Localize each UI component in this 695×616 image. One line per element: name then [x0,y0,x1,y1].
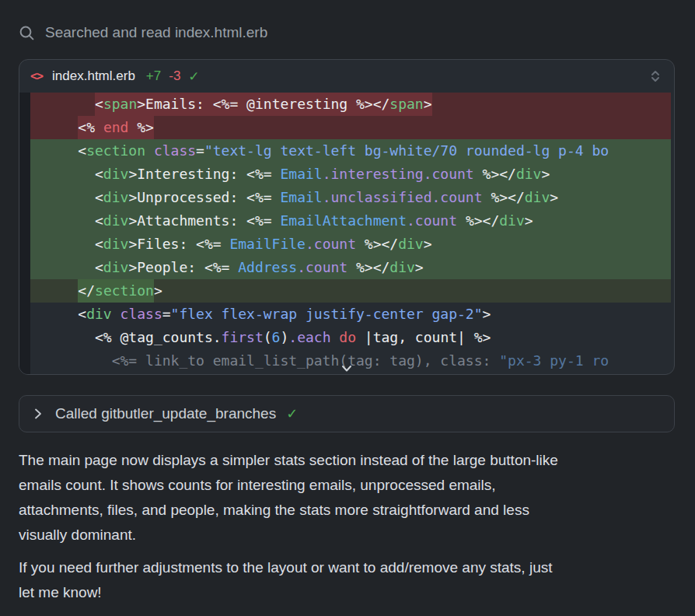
paragraph-line: attachments, files, and people, making t… [19,498,684,523]
check-icon: ✓ [188,68,199,85]
check-icon: ✓ [286,405,298,422]
diff-line: <div>Unprocessed: <%= Email.unclassified… [30,186,671,209]
paragraph-line: The main page now displays a simpler sta… [19,448,684,473]
chevron-down-icon [340,363,354,374]
chevron-up-down-icon [648,68,663,84]
expand-collapse-button[interactable] [648,68,663,84]
diff-line: <% @tag_counts.first(6).each do |tag, co… [30,326,671,349]
paragraph-line: If you need further adjustments to the l… [19,555,684,580]
expand-more-button[interactable] [340,363,354,374]
diff-line: <div>Interesting: <%= Email.interesting.… [30,163,671,186]
diff-line: <div>Attachments: <%= EmailAttachment.co… [30,209,671,233]
diff-card-header[interactable]: <> index.html.erb +7 -3 ✓ [19,60,674,93]
diff-line: <% end %> [30,116,671,139]
paragraph-line: visually dominant. [19,523,684,548]
tool-call-row[interactable]: Called gitbutler_update_branches ✓ [19,395,675,432]
chevron-right-icon [31,407,45,421]
paragraph-line: emails count. It shows counts for intere… [19,473,684,498]
diff-line: </section> [30,279,671,303]
diff-lines: <span>Emails: <%= @interesting %></span>… [30,93,671,374]
message-paragraph: The main page now displays a simpler sta… [19,448,684,548]
tool-status-row[interactable]: Searched and read index.html.erb [19,23,267,43]
paragraph-line: let me know! [19,580,684,605]
file-name: index.html.erb [52,68,135,84]
tool-call-label: Called gitbutler_update_branches [55,405,276,422]
diff-gutter [19,93,30,374]
search-icon [19,25,35,41]
diff-card: <> index.html.erb +7 -3 ✓ <span>Emails: … [19,59,675,375]
diff-line: <div>People: <%= Address.count %></div> [30,256,671,279]
diff-line: <span>Emails: <%= @interesting %></span> [30,93,671,116]
diff-line: <section class="text-lg text-left bg-whi… [30,139,671,163]
message-paragraph: If you need further adjustments to the l… [19,555,684,605]
diff-line: <div class="flex flex-wrap justify-cente… [30,303,671,326]
code-icon: <> [30,69,43,83]
diff-code-area: <span>Emails: <%= @interesting %></span>… [19,93,674,374]
status-text: Searched and read index.html.erb [45,24,267,41]
deletions-count: -3 [169,68,180,84]
additions-count: +7 [146,68,161,84]
diff-line: <div>Files: <%= EmailFile.count %></div> [30,233,671,256]
